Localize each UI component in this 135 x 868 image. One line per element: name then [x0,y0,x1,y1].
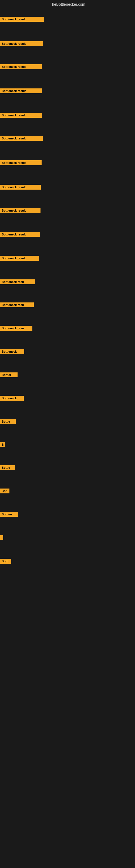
bottleneck-result-bar-4: Bottleneck result [0,88,42,93]
bottleneck-result-bar-20: Bottle [0,465,15,470]
bottleneck-result-bar-11: Bottleneck result [0,256,39,261]
bottleneck-result-bar-22: Bottlen [0,512,18,517]
bottleneck-result-bar-13: Bottleneck resu [0,303,34,307]
bottleneck-result-bar-24: Bott [0,559,11,564]
bottleneck-result-bar-8: Bottleneck result [0,185,41,190]
bottleneck-result-bar-21: Bot [0,489,9,493]
bottleneck-result-bar-12: Bottleneck resu [0,279,35,284]
bottleneck-result-bar-6: Bottleneck result [0,136,43,141]
bottleneck-result-bar-18: Bottle [0,419,16,424]
bottleneck-result-bar-23: | [0,535,3,540]
bottleneck-result-bar-3: Bottleneck result [0,64,42,69]
bottleneck-result-bar-9: Bottleneck result [0,208,41,213]
bottleneck-result-bar-15: Bottleneck [0,349,24,354]
bottleneck-result-bar-7: Bottleneck result [0,160,42,165]
bottleneck-result-bar-17: Bottleneck [0,396,24,401]
bottleneck-result-bar-10: Bottleneck result [0,232,40,237]
bottleneck-result-bar-14: Bottleneck resu [0,326,32,331]
bottleneck-result-bar-19: B [0,442,5,447]
bottleneck-result-bar-5: Bottleneck result [0,113,42,118]
bottleneck-result-bar-1: Bottleneck result [0,17,44,22]
bottleneck-result-bar-2: Bottleneck result [0,41,43,46]
bottleneck-result-bar-16: Bottler [0,372,17,377]
site-title: TheBottlenecker.com [0,0,135,9]
